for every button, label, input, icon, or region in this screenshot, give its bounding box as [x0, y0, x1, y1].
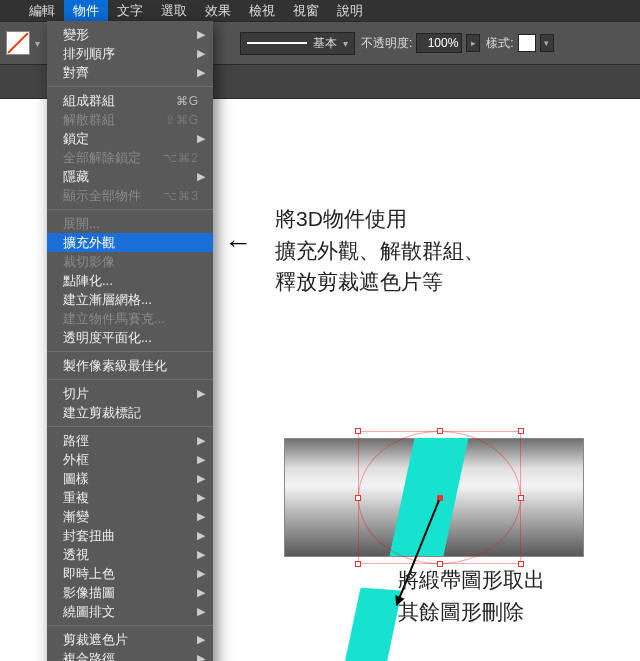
opacity-label: 不透明度:	[361, 35, 412, 52]
opacity-input[interactable]	[416, 33, 462, 53]
menu-item[interactable]: 組成群組⌘G	[47, 91, 213, 110]
style-label: 樣式:	[486, 35, 513, 52]
menu-item[interactable]: 即時上色▶	[47, 564, 213, 583]
shortcut-label: ⌘G	[176, 94, 199, 108]
menu-edit[interactable]: 編輯	[20, 0, 64, 21]
menu-object[interactable]: 物件	[64, 0, 108, 21]
submenu-arrow-icon: ▶	[197, 472, 205, 485]
stroke-profile[interactable]: 基本 ▾	[240, 32, 355, 55]
menu-item: 展開...	[47, 214, 213, 233]
shortcut-label: ⇧⌘G	[165, 113, 199, 127]
menu-text[interactable]: 文字	[108, 0, 152, 21]
annotation-top: 將3D物件使用 擴充外觀、解散群組、 釋放剪裁遮色片等	[275, 203, 485, 298]
handle[interactable]	[518, 428, 524, 434]
menu-item: 解散群組⇧⌘G	[47, 110, 213, 129]
annotation-line: 其餘圖形刪除	[398, 596, 545, 628]
submenu-arrow-icon: ▶	[197, 47, 205, 60]
object-menu-dropdown: 變形▶排列順序▶對齊▶組成群組⌘G解散群組⇧⌘G鎖定▶全部解除鎖定⌥⌘2隱藏▶顯…	[47, 21, 213, 661]
submenu-arrow-icon: ▶	[197, 586, 205, 599]
arrow-left-icon: ←	[224, 227, 252, 259]
submenu-arrow-icon: ▶	[197, 548, 205, 561]
submenu-arrow-icon: ▶	[197, 529, 205, 542]
handle[interactable]	[355, 428, 361, 434]
menu-item[interactable]: 透明度平面化...	[47, 328, 213, 347]
shortcut-label: ⌥⌘3	[163, 189, 199, 203]
menu-window[interactable]: 視窗	[284, 0, 328, 21]
menu-item[interactable]: 外框▶	[47, 450, 213, 469]
menu-item[interactable]: 漸變▶	[47, 507, 213, 526]
submenu-arrow-icon: ▶	[197, 510, 205, 523]
menu-item[interactable]: 剪裁遮色片▶	[47, 630, 213, 649]
menu-separator	[47, 426, 213, 427]
menu-item[interactable]: 點陣化...	[47, 271, 213, 290]
menu-item: 顯示全部物件⌥⌘3	[47, 186, 213, 205]
menu-item: 建立物件馬賽克...	[47, 309, 213, 328]
menu-item: 裁切影像	[47, 252, 213, 271]
annotation-line: 將緞帶圖形取出	[398, 564, 545, 596]
annotation-bottom: 將緞帶圖形取出 其餘圖形刪除	[398, 564, 545, 627]
handle[interactable]	[355, 495, 361, 501]
handle[interactable]	[437, 428, 443, 434]
menu-item: 全部解除鎖定⌥⌘2	[47, 148, 213, 167]
ribbon-shape-bottom[interactable]	[330, 588, 402, 661]
menu-item[interactable]: 封套扭曲▶	[47, 526, 213, 545]
swatch-dropdown-icon[interactable]: ▾	[30, 31, 44, 55]
menu-item[interactable]: 變形▶	[47, 25, 213, 44]
stroke-controls: 基本 ▾ 不透明度: ▸ 樣式: ▾	[240, 21, 554, 65]
menu-item[interactable]: 重複▶	[47, 488, 213, 507]
handle[interactable]	[355, 561, 361, 567]
menubar: 編輯 物件 文字 選取 效果 檢視 視窗 說明	[0, 0, 640, 21]
submenu-arrow-icon: ▶	[197, 605, 205, 618]
submenu-arrow-icon: ▶	[197, 491, 205, 504]
menu-item[interactable]: 透視▶	[47, 545, 213, 564]
opacity-stepper[interactable]: ▸	[466, 34, 480, 52]
submenu-arrow-icon: ▶	[197, 567, 205, 580]
menu-separator	[47, 379, 213, 380]
submenu-arrow-icon: ▶	[197, 453, 205, 466]
selection-bbox[interactable]	[358, 431, 521, 564]
stroke-label: 基本	[313, 35, 337, 52]
handle[interactable]	[518, 495, 524, 501]
apple-menu[interactable]	[0, 0, 20, 21]
submenu-arrow-icon: ▶	[197, 66, 205, 79]
style-swatch[interactable]	[518, 34, 536, 52]
chevron-down-icon: ▾	[343, 38, 348, 49]
menu-item[interactable]: 複合路徑▶	[47, 649, 213, 661]
menu-item[interactable]: 對齊▶	[47, 63, 213, 82]
shortcut-label: ⌥⌘2	[163, 151, 199, 165]
submenu-arrow-icon: ▶	[197, 434, 205, 447]
menu-item[interactable]: 圖樣▶	[47, 469, 213, 488]
menu-help[interactable]: 說明	[328, 0, 372, 21]
menu-item[interactable]: 切片▶	[47, 384, 213, 403]
opacity-control: 不透明度: ▸	[361, 33, 480, 53]
submenu-arrow-icon: ▶	[197, 652, 205, 661]
menu-view[interactable]: 檢視	[240, 0, 284, 21]
menu-separator	[47, 209, 213, 210]
submenu-arrow-icon: ▶	[197, 387, 205, 400]
submenu-arrow-icon: ▶	[197, 132, 205, 145]
menu-item[interactable]: 建立漸層網格...	[47, 290, 213, 309]
menu-item[interactable]: 影像描圖▶	[47, 583, 213, 602]
menu-separator	[47, 351, 213, 352]
menu-separator	[47, 86, 213, 87]
menu-item[interactable]: 隱藏▶	[47, 167, 213, 186]
style-dropdown[interactable]: ▾	[540, 34, 554, 52]
no-selection-swatch[interactable]	[6, 31, 30, 55]
menu-item[interactable]: 建立剪裁標記	[47, 403, 213, 422]
annotation-line: 擴充外觀、解散群組、	[275, 235, 485, 267]
annotation-line: 將3D物件使用	[275, 203, 485, 235]
menu-separator	[47, 625, 213, 626]
menu-item[interactable]: 繞圖排文▶	[47, 602, 213, 621]
menu-item[interactable]: 鎖定▶	[47, 129, 213, 148]
menu-item[interactable]: 擴充外觀	[47, 233, 213, 252]
submenu-arrow-icon: ▶	[197, 28, 205, 41]
menu-effect[interactable]: 效果	[196, 0, 240, 21]
annotation-line: 釋放剪裁遮色片等	[275, 266, 485, 298]
submenu-arrow-icon: ▶	[197, 170, 205, 183]
menu-select[interactable]: 選取	[152, 0, 196, 21]
menu-item[interactable]: 排列順序▶	[47, 44, 213, 63]
submenu-arrow-icon: ▶	[197, 633, 205, 646]
stroke-line-icon	[247, 42, 307, 44]
menu-item[interactable]: 製作像素級最佳化	[47, 356, 213, 375]
menu-item[interactable]: 路徑▶	[47, 431, 213, 450]
